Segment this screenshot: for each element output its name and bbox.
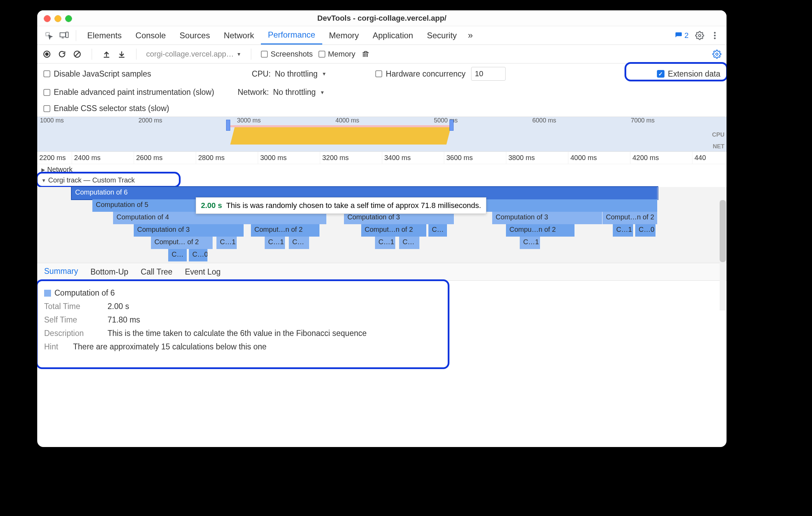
svg-point-6 xyxy=(714,37,716,39)
tab-console[interactable]: Console xyxy=(129,26,173,44)
devtools-window: DevTools - corgi-collage.vercel.app/ Ele… xyxy=(37,10,727,447)
advanced-paint-checkbox[interactable]: Enable advanced paint instrumentation (s… xyxy=(43,88,214,97)
color-swatch xyxy=(44,290,51,297)
title-bar: DevTools - corgi-collage.vercel.app/ xyxy=(37,10,727,26)
reload-record-button[interactable] xyxy=(57,49,67,59)
minimize-window-button[interactable] xyxy=(55,16,61,22)
chevron-down-icon: ▼ xyxy=(320,90,325,95)
self-time-value: 71.80 ms xyxy=(108,315,140,325)
flame-entry[interactable]: C…0 xyxy=(635,224,656,237)
chevron-down-icon: ▼ xyxy=(236,51,241,57)
capture-settings-gear-icon[interactable] xyxy=(712,49,722,59)
svg-point-5 xyxy=(714,34,716,36)
tab-memory[interactable]: Memory xyxy=(322,26,366,44)
hint-value: There are approximately 15 calculations … xyxy=(73,342,266,351)
settings-gear-icon[interactable] xyxy=(694,30,705,41)
flame-entry[interactable]: Comput…n of 2 xyxy=(602,212,658,224)
expand-arrow-icon: ▶ xyxy=(41,167,45,172)
tab-application[interactable]: Application xyxy=(366,26,420,44)
maximize-window-button[interactable] xyxy=(65,16,72,22)
flame-entry[interactable]: C…0 xyxy=(189,249,208,261)
track-network-header[interactable]: ▶ Network xyxy=(37,164,727,175)
vertical-scrollbar[interactable] xyxy=(720,200,726,310)
description-value: This is the time taken to calculate the … xyxy=(108,329,367,338)
capture-settings-panel: Disable JavaScript samples CPU: No throt… xyxy=(37,63,727,117)
tooltip-text: This is was randomly chosen to take a se… xyxy=(226,201,481,210)
tab-sources[interactable]: Sources xyxy=(173,26,217,44)
flame-entry[interactable]: C… xyxy=(168,249,187,261)
hardware-concurrency-checkbox[interactable]: Hardware concurrency xyxy=(375,69,465,79)
recording-target-label: corgi-collage.vercel.app… xyxy=(146,50,234,59)
checkbox-checked-icon: ✓ xyxy=(657,70,664,78)
close-window-button[interactable] xyxy=(44,16,50,22)
summary-title-row: Computation of 6 xyxy=(44,286,720,300)
flame-entry[interactable]: Comput…n of 2 xyxy=(251,224,320,237)
issues-badge[interactable]: 2 xyxy=(675,31,689,40)
garbage-collect-icon[interactable] xyxy=(361,49,371,59)
flame-entry[interactable]: C… xyxy=(428,224,447,237)
flame-entry[interactable]: C…1 xyxy=(613,224,633,237)
detail-ruler[interactable]: 2200 ms 2400 ms 2600 ms 2800 ms 3000 ms … xyxy=(37,152,727,164)
tab-elements[interactable]: Elements xyxy=(80,26,129,44)
flame-entry[interactable]: Computation of 3 xyxy=(134,224,244,237)
performance-toolbar: corgi-collage.vercel.app… ▼ Screenshots … xyxy=(37,45,727,63)
svg-rect-1 xyxy=(60,33,65,37)
inspect-element-icon[interactable] xyxy=(43,30,54,41)
disable-js-samples-checkbox[interactable]: Disable JavaScript samples xyxy=(43,69,151,79)
flame-entry[interactable]: C… xyxy=(289,237,309,249)
svg-point-3 xyxy=(699,34,701,37)
tab-event-log[interactable]: Event Log xyxy=(185,263,221,280)
flame-entry[interactable]: C…1 xyxy=(520,237,540,249)
overview-cpu-label: CPU xyxy=(712,131,724,138)
tabs-overflow-button[interactable]: » xyxy=(464,30,477,41)
flame-entry[interactable]: C…1 xyxy=(265,237,285,249)
extension-data-checkbox[interactable]: ✓ Extension data xyxy=(657,69,720,79)
panel-tabs: Elements Console Sources Network Perform… xyxy=(37,26,727,45)
timeline-overview[interactable]: 1000 ms 2000 ms 3000 ms 4000 ms 5000 ms … xyxy=(37,117,727,152)
recording-target-dropdown[interactable]: corgi-collage.vercel.app… ▼ xyxy=(146,50,241,59)
flame-tooltip: 2.00 s This is was randomly chosen to ta… xyxy=(196,197,486,214)
window-title: DevTools - corgi-collage.vercel.app/ xyxy=(317,14,447,23)
selection-handle-right[interactable] xyxy=(449,120,454,131)
tab-performance[interactable]: Performance xyxy=(261,26,322,44)
flame-chart[interactable]: Computation of 6 Computation of 5 Comput… xyxy=(37,187,727,263)
summary-panel: Computation of 6 Total Time2.00 s Self T… xyxy=(37,281,727,359)
download-icon[interactable] xyxy=(117,49,126,59)
device-toolbar-icon[interactable] xyxy=(59,30,70,41)
total-time-value: 2.00 s xyxy=(108,302,129,311)
kebab-menu-icon[interactable] xyxy=(709,30,720,41)
svg-point-4 xyxy=(714,32,716,33)
flame-entry[interactable]: Compu…n of 2 xyxy=(506,224,575,237)
flame-entry[interactable]: Comput… of 2 xyxy=(151,237,213,249)
window-controls xyxy=(44,16,72,22)
overview-net-label: NET xyxy=(713,143,724,150)
record-button[interactable] xyxy=(42,49,52,59)
tab-network[interactable]: Network xyxy=(217,26,261,44)
collapse-arrow-icon: ▼ xyxy=(41,178,46,183)
memory-checkbox[interactable]: Memory xyxy=(318,50,355,59)
tab-summary[interactable]: Summary xyxy=(44,263,78,280)
css-selector-stats-checkbox[interactable]: Enable CSS selector stats (slow) xyxy=(43,104,169,113)
flame-entry[interactable]: Computation of 3 xyxy=(492,212,602,224)
flame-entry[interactable]: C… xyxy=(399,237,420,249)
selection-handle-left[interactable] xyxy=(226,120,230,131)
tooltip-duration: 2.00 s xyxy=(201,201,222,210)
track-custom-header[interactable]: ▼ Corgi track — Custom Track xyxy=(37,175,727,186)
flame-entry[interactable]: C…1 xyxy=(216,237,237,249)
tab-security[interactable]: Security xyxy=(420,26,464,44)
flame-entry[interactable]: C…1 xyxy=(375,237,396,249)
network-throttle-select[interactable]: Network: No throttling ▼ xyxy=(237,88,325,97)
tab-bottom-up[interactable]: Bottom-Up xyxy=(90,263,128,280)
chevron-down-icon: ▼ xyxy=(322,71,326,77)
clear-button[interactable] xyxy=(72,49,82,59)
svg-point-8 xyxy=(45,52,49,56)
upload-icon[interactable] xyxy=(102,49,111,59)
overview-fps-strip xyxy=(230,125,451,127)
hardware-concurrency-input[interactable]: 10 xyxy=(471,67,506,81)
details-tabs: Summary Bottom-Up Call Tree Event Log xyxy=(37,263,727,281)
flame-entry[interactable]: Comput…n of 2 xyxy=(361,224,427,237)
screenshots-checkbox[interactable]: Screenshots xyxy=(261,50,313,59)
tab-call-tree[interactable]: Call Tree xyxy=(141,263,172,280)
svg-rect-2 xyxy=(66,32,68,38)
cpu-throttle-select[interactable]: CPU: No throttling ▼ xyxy=(252,69,327,79)
